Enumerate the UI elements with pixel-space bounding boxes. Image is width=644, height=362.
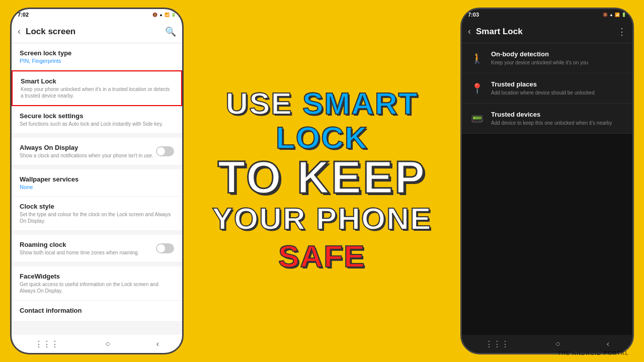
on-body-detection-item[interactable]: 🚶 On-body detection Keep your device unl…	[462, 43, 632, 73]
section-gap-1	[12, 134, 182, 138]
section-gap-4	[12, 262, 182, 266]
left-bottom-nav: ⋮⋮⋮ ○ ‹	[12, 335, 182, 353]
trusted-devices-sub: Add device to keep this one unlocked whe…	[491, 120, 612, 126]
face-widgets-sub: Get quick access to useful information o…	[20, 281, 174, 294]
right-status-bar: 7:03 🔕 ▲ 📶 🔋	[462, 9, 632, 20]
face-widgets-title: FaceWidgets	[20, 273, 174, 280]
section-gap-2	[12, 165, 182, 169]
headline-line3: YOUR PHONE SAFE	[186, 201, 458, 276]
clock-style-title: Clock style	[20, 203, 174, 210]
watermark-prefix: THE	[557, 350, 570, 356]
clock-style-sub: Set the type and colour for the clock on…	[20, 211, 174, 224]
roaming-clock-toggle[interactable]	[156, 243, 174, 253]
right-phone-shell: 7:03 🔕 ▲ 📶 🔋 ‹ Smart Lock ⋮ 🚶 On-body de…	[460, 8, 634, 354]
right-nav-menu-icon[interactable]: ⋮⋮⋮	[485, 339, 509, 349]
right-back-button[interactable]: ‹	[468, 26, 471, 37]
screen-lock-type-title: Screen lock type	[20, 49, 174, 57]
headline-line2: TO KEEP	[186, 155, 458, 201]
always-on-display-item[interactable]: Always On Display Show a clock and notif…	[12, 138, 182, 165]
trusted-devices-icon: 📟	[470, 112, 484, 126]
clock-style-item[interactable]: Clock style Set the type and colour for …	[12, 197, 182, 231]
on-body-sub: Keep your device unlocked while it's on …	[491, 59, 588, 66]
roaming-clock-sub: Show both local and home time zones when…	[20, 249, 139, 256]
left-status-time: 7:02	[18, 12, 29, 18]
watermark-suffix: PORTAL	[604, 350, 629, 356]
left-status-bar: 7:02 🔕 ▲ 📶 🔋	[12, 9, 182, 20]
wallpaper-services-sub: None	[20, 184, 174, 190]
right-page-title: Smart Lock	[476, 27, 612, 37]
nav-back-icon[interactable]: ‹	[156, 339, 159, 348]
left-header: ‹ Lock screen 🔍	[12, 20, 182, 43]
right-status-icons: 🔕 ▲ 📶 🔋	[603, 13, 626, 17]
trusted-places-title: Trusted places	[491, 80, 595, 88]
your-phone-text: YOUR PHONE	[212, 202, 432, 236]
right-status-time: 7:03	[468, 12, 479, 18]
trusted-places-item[interactable]: 📍 Trusted places Add location where devi…	[462, 73, 632, 104]
trusted-devices-item[interactable]: 📟 Trusted devices Add device to keep thi…	[462, 104, 632, 134]
wifi-icon: ▲	[159, 13, 163, 17]
secure-lock-title: Secure lock settings	[20, 112, 174, 120]
right-screen-content: 🚶 On-body detection Keep your device unl…	[462, 43, 632, 335]
right-header: ‹ Smart Lock ⋮	[462, 20, 632, 43]
always-on-display-title: Always On Display	[20, 144, 153, 151]
roaming-clock-item[interactable]: Roaming clock Show both local and home t…	[12, 235, 182, 262]
section-gap-3	[12, 231, 182, 235]
left-phone-shell: 7:02 🔕 ▲ 📶 🔋 ‹ Lock screen 🔍 Screen lock…	[10, 8, 184, 354]
trusted-places-icon: 📍	[470, 81, 484, 96]
wallpaper-services-title: Wallpaper services	[20, 175, 174, 183]
right-signal-icon: 📶	[615, 13, 620, 17]
right-nav-back-icon[interactable]: ‹	[607, 339, 609, 348]
on-body-title: On-body detection	[491, 50, 588, 58]
contact-info-title: Contact information	[20, 307, 174, 314]
more-options-icon[interactable]: ⋮	[617, 26, 626, 37]
left-screen-content: Screen lock type PIN, Fingerprints Smart…	[12, 43, 182, 335]
contact-info-item[interactable]: Contact information	[12, 301, 182, 322]
signal-icon: 📶	[165, 13, 170, 17]
notification-icon: 🔕	[152, 13, 157, 17]
roaming-clock-title: Roaming clock	[20, 241, 139, 248]
right-wifi-icon: ▲	[609, 13, 613, 17]
left-page-title: Lock screen	[26, 27, 160, 37]
watermark: THE ANDROID PORTAL	[557, 350, 629, 356]
headline-line1: USE SMART LOCK	[186, 86, 458, 155]
use-text: USE	[225, 86, 302, 121]
nav-menu-icon[interactable]: ⋮⋮⋮	[35, 339, 59, 349]
screen-lock-type-item[interactable]: Screen lock type PIN, Fingerprints	[12, 43, 182, 70]
smart-lock-title: Smart Lock	[21, 77, 173, 85]
wallpaper-services-item[interactable]: Wallpaper services None	[12, 169, 182, 197]
right-notification-icon: 🔕	[603, 13, 608, 17]
screen-lock-type-sub: PIN, Fingerprints	[20, 58, 174, 64]
secure-lock-item[interactable]: Secure lock settings Set functions such …	[12, 106, 182, 134]
back-button[interactable]: ‹	[18, 26, 21, 37]
on-body-icon: 🚶	[470, 51, 484, 65]
watermark-highlight: ANDROID	[572, 350, 601, 356]
right-phone: 7:03 🔕 ▲ 📶 🔋 ‹ Smart Lock ⋮ 🚶 On-body de…	[460, 8, 634, 354]
left-status-icons: 🔕 ▲ 📶 🔋	[152, 13, 176, 17]
always-on-display-sub: Show a clock and notifications when your…	[20, 152, 153, 159]
nav-home-icon[interactable]: ○	[105, 339, 110, 348]
left-phone: 7:02 🔕 ▲ 📶 🔋 ‹ Lock screen 🔍 Screen lock…	[10, 8, 184, 354]
secure-lock-sub: Set functions such as Auto lock and Lock…	[20, 121, 174, 127]
right-nav-home-icon[interactable]: ○	[555, 339, 560, 348]
battery-icon: 🔋	[171, 13, 176, 17]
search-icon[interactable]: 🔍	[165, 26, 176, 37]
smart-lock-item[interactable]: Smart Lock Keep your phone unlocked when…	[12, 70, 182, 106]
face-widgets-item[interactable]: FaceWidgets Get quick access to useful i…	[12, 266, 182, 301]
right-battery-icon: 🔋	[621, 13, 626, 17]
trusted-places-text: Trusted places Add location where device…	[491, 80, 595, 96]
trusted-places-sub: Add location where device should be unlo…	[491, 89, 595, 96]
safe-text: SAFE	[278, 239, 365, 274]
trusted-devices-title: Trusted devices	[491, 111, 612, 118]
trusted-devices-text: Trusted devices Add device to keep this …	[491, 111, 612, 126]
smart-lock-sub: Keep your phone unlocked when it's in a …	[21, 86, 173, 99]
center-overlay: USE SMART LOCK TO KEEP YOUR PHONE SAFE	[186, 86, 458, 275]
on-body-text: On-body detection Keep your device unloc…	[491, 50, 588, 66]
always-on-display-toggle[interactable]	[156, 146, 174, 156]
